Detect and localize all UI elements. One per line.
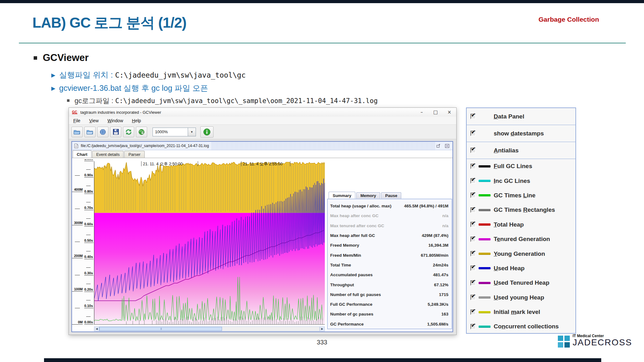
summary-row: Freed Memory16,394.3M — [330, 240, 448, 250]
zoom-value[interactable]: 1000% — [153, 128, 188, 136]
floppy-disk-icon — [113, 129, 119, 135]
checkbox-checked-icon[interactable]: ✔ — [470, 266, 476, 271]
option-used-heap[interactable]: ✔Used Heap — [467, 261, 575, 276]
menu-item-view[interactable]: View — [89, 118, 99, 123]
export-save-button[interactable] — [110, 127, 121, 137]
checkbox-checked-icon[interactable]: ✔ — [470, 237, 476, 242]
scroll-right-button[interactable]: ▶ — [319, 327, 325, 331]
pause-tick-label: 0.00s — [84, 320, 93, 325]
pause-tick-label: 0.40s — [84, 255, 93, 259]
checkbox-checked-icon[interactable]: ✔ — [470, 164, 476, 169]
option-label: Tenured Generation — [494, 236, 550, 243]
summary-tab-summary[interactable]: Summary — [329, 192, 355, 199]
checkbox-checked-icon[interactable]: ✔ — [470, 148, 476, 153]
zoom-combobox[interactable]: 1000% ▼ — [153, 128, 196, 136]
minimize-button[interactable]: – — [415, 109, 429, 115]
zoom-dropdown-button[interactable]: ▼ — [188, 128, 196, 136]
option-antialias[interactable]: ✔Antialias — [467, 142, 575, 159]
option-label: Young Generation — [494, 250, 545, 257]
option-used-tenured-heap[interactable]: ✔Used Tenured Heap — [467, 276, 575, 290]
open-series-button[interactable] — [84, 127, 96, 137]
checkbox-checked-icon[interactable]: ✔ — [470, 324, 476, 329]
tab-event-details[interactable]: Event details — [92, 151, 124, 158]
option-used-young-heap[interactable]: ✔Used young Heap — [467, 290, 575, 305]
document-icon — [74, 144, 78, 148]
maximize-button[interactable]: □ — [429, 109, 442, 115]
close-button[interactable]: × — [442, 109, 456, 115]
checkbox-checked-icon[interactable]: ✔ — [470, 280, 476, 286]
menu-item-help[interactable]: Help — [132, 118, 141, 123]
document-tabs: ChartEvent detailsParser — [73, 150, 145, 158]
option-label: Antialias — [494, 147, 519, 154]
folder-icon — [86, 129, 93, 135]
scrollbar-thumb[interactable] — [99, 327, 222, 331]
window-title: tagtraum industries incorporated - GCVie… — [80, 110, 161, 115]
option-label: Total Heap — [494, 221, 524, 228]
summary-row: Number of gc pauses163 — [330, 309, 448, 319]
menu-item-file[interactable]: File — [73, 118, 80, 123]
color-swatch — [479, 209, 491, 211]
option-inc-gc-lines[interactable]: ✔Inc GC Lines — [467, 173, 575, 188]
menu-item-window[interactable]: Window — [108, 118, 123, 123]
option-label: Used young Heap — [494, 294, 544, 301]
open-file-button[interactable] — [71, 127, 83, 137]
checkbox-checked-icon[interactable]: ✔ — [470, 114, 476, 119]
option-full-gc-lines[interactable]: ✔Full GC Lines — [467, 159, 575, 173]
window-titlebar[interactable]: GC tagtraum industries incorporated - GC… — [69, 108, 456, 117]
color-swatch — [479, 238, 491, 240]
option-concurrent-collections[interactable]: ✔Concurrent collections — [467, 319, 575, 334]
checkbox-checked-icon[interactable]: ✔ — [470, 295, 476, 300]
checkbox-checked-icon[interactable]: ✔ — [470, 131, 476, 136]
close-document-button[interactable] — [444, 143, 451, 149]
checkbox-checked-icon[interactable]: ✔ — [470, 310, 476, 315]
chart-hscrollbar[interactable]: ◀ ▶ — [94, 326, 325, 331]
scroll-left-button[interactable]: ◀ — [94, 327, 99, 331]
info-button[interactable] — [200, 126, 214, 138]
open-url-button[interactable] — [97, 127, 108, 137]
memory-tick-label: 0M — [72, 320, 83, 325]
option-label: Used Heap — [494, 265, 525, 272]
option-total-heap[interactable]: ✔Total Heap — [467, 217, 575, 232]
checkbox-checked-icon[interactable]: ✔ — [470, 193, 476, 198]
title-divider — [19, 43, 626, 43]
tab-chart[interactable]: Chart — [73, 150, 92, 158]
logo-squares-icon — [558, 336, 570, 348]
summary-row: Accumulated pauses481.47s — [330, 270, 448, 280]
option-young-generation[interactable]: ✔Young Generation — [467, 246, 575, 261]
corner-topic-label: Garbage Collection — [538, 16, 599, 23]
watch-button[interactable] — [136, 127, 147, 137]
tab-parser[interactable]: Parser — [124, 151, 144, 158]
option-label: Full GC Lines — [494, 163, 532, 170]
document-titlebar[interactable]: file:/C:/jadeedu_jvm/sw/java_tool/gc/_sa… — [72, 142, 452, 150]
checkbox-checked-icon[interactable]: ✔ — [470, 251, 476, 256]
mdi-desktop: file:/C:/jadeedu_jvm/sw/java_tool/gc/_sa… — [69, 139, 456, 335]
option-tenured-generation[interactable]: ✔Tenured Generation — [467, 232, 575, 246]
option-show-datestamps[interactable]: ✔show datestamps — [467, 125, 575, 142]
refresh-button[interactable] — [123, 127, 134, 137]
option-gc-times-rectangles[interactable]: ✔GC Times Rectangles — [467, 203, 575, 217]
option-gc-times-line[interactable]: ✔GC Times Line — [467, 188, 575, 203]
option-initial-mark-level[interactable]: ✔Initial mark level — [467, 305, 575, 319]
checkbox-checked-icon[interactable]: ✔ — [470, 222, 476, 227]
titlebar-hatch — [211, 142, 435, 150]
pause-tick-label: 1.00s — [84, 159, 93, 161]
summary-row: Total Time24m24s — [330, 260, 448, 270]
color-swatch — [479, 267, 491, 269]
small-square-bullet-icon — [67, 99, 69, 102]
log-file-path: C:\jadeedu_jvm\sw\java_tool\gc\_sample\o… — [115, 97, 378, 105]
summary-tab-memory[interactable]: Memory — [356, 192, 380, 199]
info-icon — [203, 128, 211, 136]
close-box-icon — [445, 144, 449, 148]
summary-tab-pause[interactable]: Pause — [381, 192, 401, 199]
option-label: GC Times Rectangles — [494, 206, 555, 213]
option-data-panel[interactable]: ✔Data Panel — [467, 108, 575, 125]
memory-tick-label: 100M — [72, 287, 83, 292]
checkbox-checked-icon[interactable]: ✔ — [470, 178, 476, 184]
pause-tick-label: 0.30s — [84, 271, 93, 276]
chart-ruler: 400M300M200M100M0M1.00s0.90s0.80s0.70s0.… — [72, 159, 94, 327]
option-label: GC Times Line — [494, 192, 536, 199]
checkbox-checked-icon[interactable]: ✔ — [470, 207, 476, 213]
document-title: file:/C:/jadeedu_jvm/sw/java_tool/gc/_sa… — [81, 144, 209, 148]
run-instruction-line: ▶ gcviewer-1.36.bat 실행 후 gc log 파일 오픈 — [51, 83, 208, 93]
restore-window-button[interactable] — [435, 143, 442, 149]
